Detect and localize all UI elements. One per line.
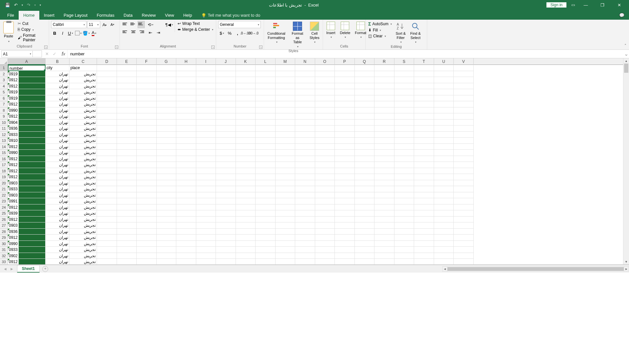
cell-V10[interactable] [454,120,474,126]
cell-C8[interactable]: تجریش [69,107,97,114]
cell-R19[interactable] [374,174,394,180]
cell-Q6[interactable] [355,95,375,102]
cell-B10[interactable]: تهران [46,120,69,126]
cell-I7[interactable] [196,101,216,107]
cell-S17[interactable] [394,162,414,168]
cell-M15[interactable] [276,150,295,156]
cell-Q22[interactable] [355,192,375,199]
cell-I27[interactable] [196,222,216,229]
cell-L21[interactable] [256,186,276,192]
cell-A20[interactable]: 0903 [8,180,46,186]
alignment-launcher[interactable]: ↘ [211,46,215,49]
cell-J10[interactable] [216,120,236,126]
cell-J11[interactable] [216,125,236,132]
cell-A19[interactable]: 0912 [8,174,46,180]
cell-E19[interactable] [117,174,137,180]
cell-F16[interactable] [137,156,157,162]
cell-G7[interactable] [157,101,177,107]
cell-D23[interactable] [97,198,117,204]
cell-T31[interactable] [414,247,434,253]
cell-U23[interactable] [434,198,454,204]
cell-H6[interactable] [176,95,196,102]
merge-center-button[interactable]: ⬌Merge & Center [177,27,214,32]
cell-F26[interactable] [137,217,157,223]
cell-R7[interactable] [374,101,394,107]
cell-V32[interactable] [454,253,474,259]
cell-Q28[interactable] [355,229,375,235]
format-as-table-button[interactable]: Format as Table [289,21,306,49]
cell-G28[interactable] [157,229,177,235]
cell-F30[interactable] [137,241,157,247]
cell-H14[interactable] [176,144,196,150]
cell-G23[interactable] [157,198,177,204]
cell-J31[interactable] [216,247,236,253]
row-header-7[interactable]: 7 [0,101,8,107]
cell-K25[interactable] [236,210,256,217]
cell-K5[interactable] [236,89,256,95]
cell-Q3[interactable] [355,77,375,83]
cell-Q21[interactable] [355,186,375,192]
cell-Q5[interactable] [355,89,375,95]
cell-U7[interactable] [434,101,454,107]
cell-V9[interactable] [454,113,474,120]
cell-O10[interactable] [315,120,335,126]
cell-O24[interactable] [315,204,335,211]
cell-G9[interactable] [157,113,177,120]
cell-M8[interactable] [276,107,295,114]
cell-G27[interactable] [157,222,177,229]
row-header-4[interactable]: 4 [0,83,8,89]
cell-A6[interactable]: 0919 [8,95,46,102]
cell-T17[interactable] [414,162,434,168]
cell-F3[interactable] [137,77,157,83]
cell-R1[interactable] [374,65,394,71]
cell-L32[interactable] [256,253,276,259]
cell-S13[interactable] [394,138,414,144]
minimize-button[interactable]: — [580,3,592,8]
cell-F10[interactable] [137,120,157,126]
cell-T15[interactable] [414,150,434,156]
cell-U12[interactable] [434,132,454,138]
cell-L10[interactable] [256,120,276,126]
cell-U14[interactable] [434,144,454,150]
cell-P13[interactable] [335,138,355,144]
cell-J6[interactable] [216,95,236,102]
cell-S26[interactable] [394,217,414,223]
column-header-Q[interactable]: Q [355,58,375,65]
cell-N14[interactable] [295,144,315,150]
cell-D3[interactable] [97,77,117,83]
cell-T29[interactable] [414,235,434,241]
cell-A33[interactable]: 0912 [8,259,46,265]
cell-L19[interactable] [256,174,276,180]
cell-O4[interactable] [315,83,335,89]
cell-C11[interactable]: تجریش [69,125,97,132]
cell-T27[interactable] [414,222,434,229]
cell-I32[interactable] [196,253,216,259]
scroll-right-button[interactable]: ► [624,266,629,272]
cell-O18[interactable] [315,168,335,174]
cell-B26[interactable]: تهران [46,217,69,223]
cell-J32[interactable] [216,253,236,259]
cell-I18[interactable] [196,168,216,174]
cell-C4[interactable]: تجریش [69,83,97,89]
cell-O1[interactable] [315,65,335,71]
cell-T11[interactable] [414,125,434,132]
cell-P26[interactable] [335,217,355,223]
cell-H10[interactable] [176,120,196,126]
cell-A27[interactable]: 0903 [8,222,46,229]
sort-filter-button[interactable]: AZSort & Filter [394,21,407,45]
cell-B25[interactable]: تهران [46,210,69,217]
cell-M28[interactable] [276,229,295,235]
cell-V15[interactable] [454,150,474,156]
cell-R15[interactable] [374,150,394,156]
cell-H23[interactable] [176,198,196,204]
cell-C21[interactable]: تجریش [69,186,97,192]
cell-K8[interactable] [236,107,256,114]
cell-E26[interactable] [117,217,137,223]
cell-D19[interactable] [97,174,117,180]
cell-O26[interactable] [315,217,335,223]
cell-U8[interactable] [434,107,454,114]
column-header-C[interactable]: C [69,58,97,65]
row-header-5[interactable]: 5 [0,89,8,95]
cell-R8[interactable] [374,107,394,114]
cell-G10[interactable] [157,120,177,126]
